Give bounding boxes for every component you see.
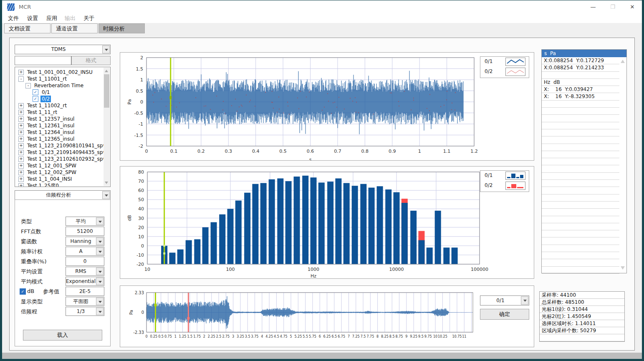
- expand-icon[interactable]: +: [18, 163, 24, 169]
- expand-icon[interactable]: +: [18, 157, 24, 162]
- expand-icon[interactable]: +: [18, 177, 24, 182]
- tree-item-label[interactable]: Test 1_12365_insul: [26, 136, 76, 142]
- tree-item[interactable]: +Test 1_123_210908101941_spw: [16, 142, 103, 149]
- tree-item-label[interactable]: 0/1: [40, 89, 51, 96]
- tree-item[interactable]: +Test 1_001_001_002_INSU: [16, 69, 103, 76]
- chevron-down-icon[interactable]: [96, 298, 104, 305]
- chevron-down-icon[interactable]: [96, 278, 104, 285]
- chevron-down-icon[interactable]: [96, 247, 104, 255]
- tree-item-label[interactable]: Test 1_123_210908101941_spw: [26, 142, 108, 149]
- format-select[interactable]: TDMS: [15, 45, 111, 54]
- tree-item[interactable]: +Test 1_12357_insul: [16, 116, 103, 122]
- tree-item-label[interactable]: Test 1_25度0: [26, 182, 60, 187]
- field-select[interactable]: Exponential: [66, 277, 104, 286]
- tree-item-label[interactable]: Test 1_12364_insul: [26, 129, 76, 136]
- scroll-up-icon[interactable]: [105, 70, 108, 72]
- legend-item[interactable]: 0/1: [480, 171, 529, 181]
- expand-icon[interactable]: +: [18, 183, 24, 187]
- analysis-type-select[interactable]: 倍频程分析: [15, 190, 111, 200]
- channel-checkbox[interactable]: ✓: [33, 96, 38, 102]
- db-checkbox[interactable]: ✓: [20, 288, 26, 295]
- field-select[interactable]: RMS: [66, 267, 104, 276]
- expand-icon[interactable]: +: [18, 103, 24, 109]
- expand-icon[interactable]: +: [18, 143, 24, 149]
- tree-item-label[interactable]: Reverberation Time: [33, 82, 85, 89]
- tree-item[interactable]: -Reverberation Time: [16, 82, 103, 89]
- field-select[interactable]: 平均: [66, 217, 104, 226]
- file-tree[interactable]: +Test 1_001_001_002_INSU-Test 1_11001_rt…: [15, 67, 111, 187]
- tree-item[interactable]: ✓0/2: [16, 96, 103, 102]
- channel-checkbox[interactable]: ✓: [33, 89, 38, 95]
- field-select[interactable]: 1/3: [66, 307, 104, 316]
- chevron-down-icon[interactable]: [521, 296, 528, 305]
- tree-item[interactable]: +Test 1_11_rt: [16, 109, 103, 116]
- tree-item[interactable]: +Test 1_12364_insul: [16, 129, 103, 136]
- field-input[interactable]: 2E-5: [66, 287, 104, 296]
- collapse-icon[interactable]: -: [25, 83, 31, 88]
- expand-icon[interactable]: +: [18, 170, 24, 175]
- channel-select[interactable]: 0/1: [480, 295, 529, 305]
- chevron-down-icon[interactable]: [102, 191, 110, 199]
- tree-item-label[interactable]: Test 1_12361_insul: [26, 122, 76, 129]
- tree-item[interactable]: -Test 1_11001_rt: [16, 76, 103, 82]
- tree-item-label[interactable]: 0/2: [40, 96, 51, 102]
- scroll-up-icon[interactable]: [621, 60, 625, 63]
- expand-icon[interactable]: +: [18, 136, 24, 142]
- expand-icon[interactable]: +: [18, 123, 24, 129]
- confirm-button[interactable]: 确定: [480, 309, 529, 320]
- tree-scrollbar[interactable]: [104, 68, 110, 186]
- chevron-down-icon[interactable]: [96, 237, 104, 245]
- tree-item-label[interactable]: Test 1_123_211026102932_spw: [26, 156, 108, 162]
- tree-item-label[interactable]: Test 1_12_001_SPW: [26, 162, 78, 169]
- time-waveform-chart[interactable]: 00.10.20.30.40.50.60.70.80.911.11.2-2-1.…: [120, 53, 534, 160]
- scroll-down-icon[interactable]: [105, 182, 108, 184]
- tree-item[interactable]: +Test 1_1_004_INSI: [16, 176, 103, 182]
- tab-channel-settings[interactable]: 通道设置: [51, 23, 98, 33]
- search-input[interactable]: [15, 56, 71, 65]
- chevron-down-icon[interactable]: [96, 308, 104, 315]
- chevron-down-icon[interactable]: [102, 45, 110, 53]
- close-button[interactable]: ✕: [625, 1, 640, 13]
- chevron-down-icon[interactable]: [96, 268, 104, 275]
- tree-item-label[interactable]: Test 1_11002_rt: [26, 102, 68, 109]
- tree-item[interactable]: ✓0/1: [16, 89, 103, 96]
- tree-item-label[interactable]: Test 1_11_rt: [26, 109, 58, 116]
- tree-item[interactable]: +Test 1_12_002_SPW: [16, 169, 103, 176]
- expand-icon[interactable]: +: [18, 130, 24, 135]
- collapse-icon[interactable]: -: [18, 76, 24, 82]
- expand-icon[interactable]: +: [18, 150, 24, 155]
- chevron-down-icon[interactable]: [96, 217, 104, 225]
- scroll-down-icon[interactable]: [621, 266, 625, 270]
- tab-document-settings[interactable]: 文档设置: [4, 23, 51, 33]
- tree-item-label[interactable]: Test 1_11001_rt: [26, 76, 68, 82]
- tree-item-label[interactable]: Test 1_001_001_002_INSU: [26, 69, 94, 76]
- overview-waveform-chart[interactable]: 00.250.50.7511.251.51.7522.252.52.7533.2…: [120, 286, 534, 347]
- tree-scrollbar-thumb[interactable]: [104, 74, 109, 108]
- menu-apply[interactable]: 应用: [45, 14, 59, 23]
- tree-item[interactable]: +Test 1_12_001_SPW: [16, 162, 103, 169]
- legend-item[interactable]: 0/2: [480, 67, 529, 77]
- tree-item-label[interactable]: Test 1_12_002_SPW: [26, 169, 78, 176]
- third-octave-spectrum-chart[interactable]: -20-100102030405060708010100100010000100…: [120, 167, 534, 278]
- tree-item[interactable]: +Test 1_12361_insul: [16, 122, 103, 129]
- legend-item[interactable]: 0/2: [480, 181, 529, 191]
- field-input[interactable]: 0: [66, 257, 104, 266]
- load-button[interactable]: 载入: [23, 330, 102, 341]
- menu-settings[interactable]: 设置: [25, 14, 40, 23]
- field-select[interactable]: 平面图: [66, 297, 104, 306]
- tree-item-label[interactable]: Test 1_123_210914094435_spw: [26, 149, 108, 156]
- expand-icon[interactable]: +: [18, 116, 24, 122]
- tree-item[interactable]: +Test 1_123_210914094435_spw: [16, 149, 103, 156]
- field-input[interactable]: 51200: [66, 227, 104, 236]
- tree-item[interactable]: +Test 1_25度0: [16, 182, 103, 187]
- tree-item[interactable]: +Test 1_12365_insul: [16, 136, 103, 142]
- expand-icon[interactable]: +: [18, 110, 24, 115]
- field-select[interactable]: Hanning: [66, 237, 104, 246]
- field-select[interactable]: A: [66, 247, 104, 256]
- minimize-button[interactable]: —: [586, 1, 601, 13]
- legend-item[interactable]: 0/1: [480, 57, 529, 67]
- tree-item[interactable]: +Test 1_11002_rt: [16, 102, 103, 109]
- menu-file[interactable]: 文件: [6, 14, 20, 23]
- tree-item-label[interactable]: Test 1_1_004_INSI: [26, 176, 73, 182]
- menu-about[interactable]: 关于: [82, 14, 96, 23]
